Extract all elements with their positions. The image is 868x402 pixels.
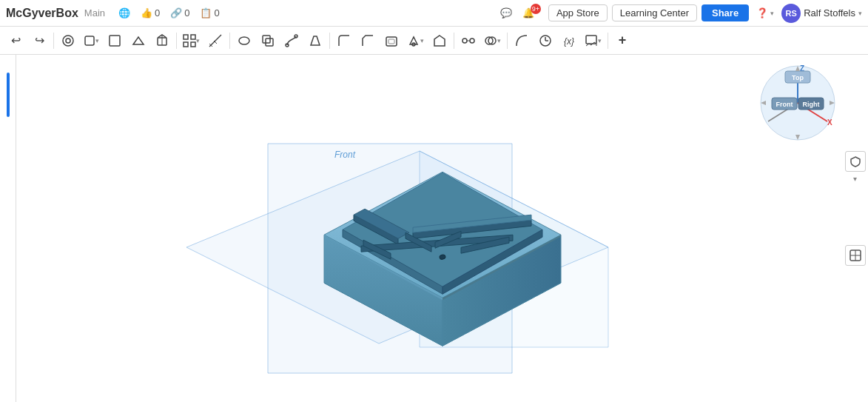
transform-chevron-icon: ▾ (420, 37, 424, 44)
sketch-dropdown-btn[interactable]: ▾ (81, 30, 102, 51)
svg-point-0 (63, 36, 73, 46)
svg-rect-15 (263, 36, 270, 43)
svg-marker-4 (133, 37, 144, 44)
svg-text:X: X (827, 118, 832, 127)
sweep-button[interactable] (280, 30, 303, 52)
share-button[interactable]: Share (702, 4, 749, 21)
shield-view-btn[interactable] (845, 151, 866, 172)
svg-rect-3 (110, 36, 120, 46)
clock-button[interactable] (534, 30, 556, 52)
pattern-button[interactable] (457, 30, 480, 52)
svg-text:{x}: {x} (564, 36, 574, 47)
user-chevron-icon: ▾ (858, 10, 862, 17)
learning-center-button[interactable]: Learning Center (612, 4, 697, 21)
chat-btn[interactable]: 💬 (497, 6, 515, 20)
shell-button[interactable] (380, 30, 403, 52)
header: McGyverBox Main 🌐 👍 0 🔗 0 📋 0 💬 🔔 9+ App… (0, 0, 868, 27)
avatar: RS (781, 4, 801, 23)
left-panel-indicator (7, 73, 10, 117)
svg-point-25 (470, 38, 474, 43)
render-mode-btn[interactable] (845, 245, 866, 266)
svg-text:Front: Front (776, 101, 793, 108)
thumb-up-icon: 👍 (141, 7, 152, 19)
fillet-button[interactable] (333, 30, 355, 52)
plane-button[interactable] (428, 30, 451, 52)
sketch-button[interactable] (57, 30, 79, 52)
svg-rect-20 (386, 37, 397, 46)
right-mini-panel: ▾ (842, 55, 868, 402)
loft-button[interactable] (304, 30, 326, 52)
transform-dropdown-btn[interactable]: ▾ (404, 30, 427, 51)
sketch-chevron-icon: ▾ (95, 37, 99, 44)
render-chevron-icon: ▾ (598, 37, 602, 44)
svg-rect-21 (388, 39, 394, 44)
render-dropdown-btn[interactable]: ▾ (582, 30, 605, 51)
toolbar-separator-1 (53, 33, 54, 49)
new-part-button[interactable] (104, 30, 126, 52)
user-avatar-btn[interactable]: RS Ralf Stoffels ▾ (781, 4, 862, 23)
variable-button[interactable]: {x} (558, 30, 580, 52)
model-svg (283, 127, 602, 349)
arc-button[interactable] (511, 30, 533, 52)
boolean-dropdown-btn[interactable]: ▾ (481, 30, 504, 51)
notification-btn[interactable]: 🔔 9+ (519, 6, 544, 20)
boolean-chevron-icon: ▾ (497, 37, 501, 44)
toolbar-separator-6 (507, 33, 508, 49)
measure-button[interactable] (204, 30, 226, 52)
notification-badge: 9+ (531, 4, 541, 14)
svg-rect-7 (184, 35, 188, 39)
svg-rect-8 (191, 35, 195, 39)
svg-rect-9 (184, 42, 188, 47)
cube-button[interactable] (151, 30, 173, 52)
link-count: 0 (184, 7, 189, 19)
svg-point-1 (66, 38, 70, 43)
ellipse-button[interactable] (233, 30, 255, 52)
like-count: 0 (155, 7, 160, 19)
help-icon: ❓ (756, 7, 768, 19)
like-btn[interactable]: 👍 0 (138, 6, 163, 20)
toolbar-separator-7 (608, 33, 608, 49)
import-button[interactable] (127, 30, 149, 52)
app-store-button[interactable]: App Store (548, 4, 608, 21)
user-name: Ralf Stoffels (804, 7, 855, 19)
svg-marker-23 (434, 36, 445, 46)
globe-icon: 🌐 (118, 7, 130, 19)
navigation-gizmo[interactable]: Z X Top Front Right (757, 62, 838, 144)
svg-point-24 (462, 38, 467, 43)
chat-icon: 💬 (500, 7, 512, 19)
redo-button[interactable]: ↪ (28, 30, 50, 52)
copy-btn[interactable]: 📋 0 (197, 6, 222, 20)
globe-btn[interactable]: 🌐 (115, 6, 133, 20)
3d-model (283, 127, 602, 352)
add-button[interactable]: + (611, 30, 633, 52)
grid-chevron-icon: ▾ (196, 37, 200, 44)
copy-icon: 📋 (200, 7, 212, 19)
svg-rect-10 (191, 42, 195, 47)
left-panel (0, 55, 16, 402)
svg-rect-16 (266, 38, 273, 46)
link-icon: 🔗 (170, 7, 182, 19)
undo-button[interactable]: ↩ (4, 30, 27, 52)
svg-point-14 (239, 37, 249, 44)
svg-text:Top: Top (792, 74, 804, 81)
help-chevron-icon: ▾ (770, 10, 774, 17)
gizmo-svg: Z X Top Front Right (757, 62, 838, 144)
subtract-button[interactable] (257, 30, 279, 52)
svg-marker-19 (311, 36, 320, 45)
viewport[interactable]: Front Top Right (16, 55, 868, 402)
copy-count: 0 (214, 7, 219, 19)
app-branch: Main (84, 7, 105, 19)
toolbar-separator-5 (454, 33, 454, 49)
svg-line-11 (209, 35, 221, 47)
link-btn[interactable]: 🔗 0 (167, 6, 192, 20)
svg-rect-2 (85, 36, 94, 45)
toolbar: ↩ ↪ ▾ ▾ (0, 27, 868, 55)
grid-dropdown-btn[interactable]: ▾ (180, 30, 203, 51)
toolbar-separator-4 (329, 33, 330, 49)
app-name: McGyverBox (6, 7, 78, 20)
chamfer-button[interactable] (357, 30, 379, 52)
svg-text:Right: Right (803, 101, 820, 108)
view-options-chevron[interactable]: ▾ (853, 175, 857, 183)
help-btn[interactable]: ❓ ▾ (753, 6, 777, 20)
toolbar-separator-2 (176, 33, 177, 49)
